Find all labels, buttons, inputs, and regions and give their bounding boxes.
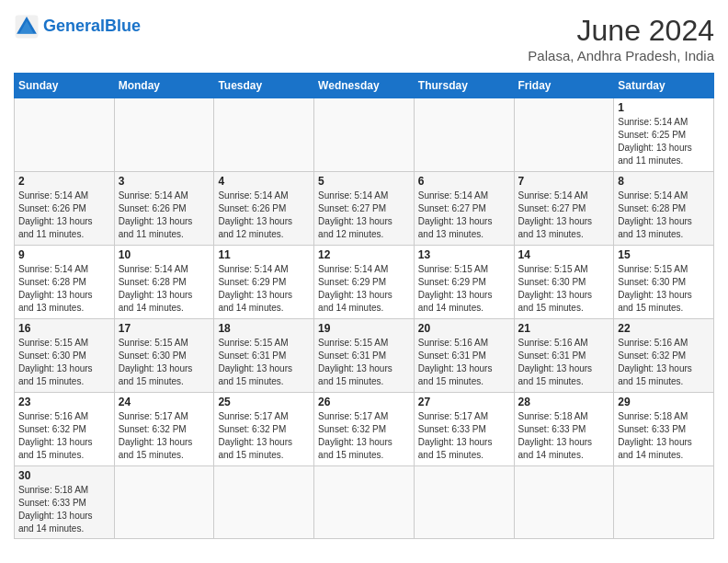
day-cell: 11Sunrise: 5:14 AMSunset: 6:29 PMDayligh…: [214, 246, 314, 319]
day-cell: 10Sunrise: 5:14 AMSunset: 6:28 PMDayligh…: [114, 246, 214, 319]
weekday-header-sunday: Sunday: [15, 74, 115, 98]
day-cell: 14Sunrise: 5:15 AMSunset: 6:30 PMDayligh…: [514, 246, 614, 319]
week-row-2: 2Sunrise: 5:14 AMSunset: 6:26 PMDaylight…: [15, 172, 714, 246]
day-cell: 8Sunrise: 5:14 AMSunset: 6:28 PMDaylight…: [614, 172, 714, 246]
day-cell: 28Sunrise: 5:18 AMSunset: 6:33 PMDayligh…: [514, 393, 614, 466]
day-info: Sunrise: 5:15 AMSunset: 6:30 PMDaylight:…: [18, 337, 110, 388]
day-number: 3: [119, 175, 210, 188]
weekday-header-thursday: Thursday: [414, 74, 514, 98]
weekday-header-row: SundayMondayTuesdayWednesdayThursdayFrid…: [15, 74, 714, 98]
week-row-3: 9Sunrise: 5:14 AMSunset: 6:28 PMDaylight…: [15, 246, 714, 319]
day-cell: 23Sunrise: 5:16 AMSunset: 6:32 PMDayligh…: [15, 393, 115, 466]
day-number: 17: [119, 322, 210, 335]
day-info: Sunrise: 5:14 AMSunset: 6:26 PMDaylight:…: [18, 190, 110, 241]
day-cell: 24Sunrise: 5:17 AMSunset: 6:32 PMDayligh…: [114, 393, 214, 466]
day-cell: 6Sunrise: 5:14 AMSunset: 6:27 PMDaylight…: [414, 172, 514, 246]
day-cell: 13Sunrise: 5:15 AMSunset: 6:29 PMDayligh…: [414, 246, 514, 319]
day-info: Sunrise: 5:15 AMSunset: 6:31 PMDaylight:…: [318, 337, 410, 388]
day-number: 15: [618, 248, 710, 261]
day-cell: [414, 98, 514, 172]
day-number: 14: [518, 248, 610, 261]
day-number: 9: [18, 248, 110, 261]
day-cell: 26Sunrise: 5:17 AMSunset: 6:32 PMDayligh…: [314, 393, 415, 466]
day-info: Sunrise: 5:15 AMSunset: 6:30 PMDaylight:…: [618, 263, 710, 315]
day-number: 28: [518, 396, 610, 408]
day-cell: 30Sunrise: 5:18 AMSunset: 6:33 PMDayligh…: [15, 466, 115, 539]
day-info: Sunrise: 5:18 AMSunset: 6:33 PMDaylight:…: [618, 410, 710, 462]
calendar-table: SundayMondayTuesdayWednesdayThursdayFrid…: [14, 73, 714, 539]
day-cell: 4Sunrise: 5:14 AMSunset: 6:26 PMDaylight…: [214, 172, 314, 246]
day-cell: [15, 98, 115, 172]
day-cell: [514, 466, 614, 539]
day-info: Sunrise: 5:14 AMSunset: 6:29 PMDaylight:…: [318, 263, 410, 315]
logo-blue: Blue: [105, 17, 141, 35]
week-row-6: 30Sunrise: 5:18 AMSunset: 6:33 PMDayligh…: [15, 466, 714, 539]
logo: GeneralBlue: [14, 14, 141, 40]
logo-icon: [14, 14, 40, 40]
day-info: Sunrise: 5:18 AMSunset: 6:33 PMDaylight:…: [518, 410, 610, 462]
day-number: 24: [119, 396, 210, 408]
day-info: Sunrise: 5:17 AMSunset: 6:32 PMDaylight:…: [119, 410, 210, 462]
day-cell: 3Sunrise: 5:14 AMSunset: 6:26 PMDaylight…: [114, 172, 214, 246]
day-info: Sunrise: 5:16 AMSunset: 6:31 PMDaylight:…: [418, 337, 510, 388]
day-cell: [314, 98, 415, 172]
weekday-header-monday: Monday: [114, 74, 214, 98]
day-info: Sunrise: 5:15 AMSunset: 6:31 PMDaylight:…: [218, 337, 310, 388]
weekday-header-wednesday: Wednesday: [314, 74, 415, 98]
day-cell: [514, 98, 614, 172]
day-cell: 12Sunrise: 5:14 AMSunset: 6:29 PMDayligh…: [314, 246, 415, 319]
logo-text: GeneralBlue: [43, 17, 141, 36]
day-info: Sunrise: 5:17 AMSunset: 6:32 PMDaylight:…: [218, 410, 310, 462]
day-cell: [414, 466, 514, 539]
day-info: Sunrise: 5:14 AMSunset: 6:28 PMDaylight:…: [618, 190, 710, 241]
day-cell: 9Sunrise: 5:14 AMSunset: 6:28 PMDaylight…: [15, 246, 115, 319]
day-info: Sunrise: 5:16 AMSunset: 6:32 PMDaylight:…: [18, 410, 110, 462]
day-info: Sunrise: 5:14 AMSunset: 6:25 PMDaylight:…: [618, 116, 710, 167]
day-cell: 21Sunrise: 5:16 AMSunset: 6:31 PMDayligh…: [514, 319, 614, 393]
day-cell: 15Sunrise: 5:15 AMSunset: 6:30 PMDayligh…: [614, 246, 714, 319]
day-info: Sunrise: 5:14 AMSunset: 6:27 PMDaylight:…: [318, 190, 410, 241]
day-number: 8: [618, 175, 710, 188]
day-cell: 27Sunrise: 5:17 AMSunset: 6:33 PMDayligh…: [414, 393, 514, 466]
day-info: Sunrise: 5:14 AMSunset: 6:28 PMDaylight:…: [119, 263, 210, 315]
day-info: Sunrise: 5:17 AMSunset: 6:33 PMDaylight:…: [418, 410, 510, 462]
day-cell: 18Sunrise: 5:15 AMSunset: 6:31 PMDayligh…: [214, 319, 314, 393]
day-info: Sunrise: 5:17 AMSunset: 6:32 PMDaylight:…: [318, 410, 410, 462]
day-cell: 1Sunrise: 5:14 AMSunset: 6:25 PMDaylight…: [614, 98, 714, 172]
weekday-header-saturday: Saturday: [614, 74, 714, 98]
day-cell: [614, 466, 714, 539]
weekday-header-tuesday: Tuesday: [214, 74, 314, 98]
day-number: 25: [218, 396, 310, 408]
day-cell: 16Sunrise: 5:15 AMSunset: 6:30 PMDayligh…: [15, 319, 115, 393]
day-number: 13: [418, 248, 510, 261]
day-number: 21: [518, 322, 610, 335]
day-cell: 22Sunrise: 5:16 AMSunset: 6:32 PMDayligh…: [614, 319, 714, 393]
week-row-4: 16Sunrise: 5:15 AMSunset: 6:30 PMDayligh…: [15, 319, 714, 393]
day-info: Sunrise: 5:14 AMSunset: 6:27 PMDaylight:…: [418, 190, 510, 241]
day-number: 20: [418, 322, 510, 335]
day-info: Sunrise: 5:14 AMSunset: 6:28 PMDaylight:…: [18, 263, 110, 315]
month-year: June 2024: [528, 14, 714, 48]
day-cell: [114, 98, 214, 172]
day-number: 19: [318, 322, 410, 335]
day-cell: 25Sunrise: 5:17 AMSunset: 6:32 PMDayligh…: [214, 393, 314, 466]
day-number: 16: [18, 322, 110, 335]
day-number: 30: [18, 469, 110, 482]
day-cell: [114, 466, 214, 539]
day-number: 23: [18, 396, 110, 408]
day-cell: 17Sunrise: 5:15 AMSunset: 6:30 PMDayligh…: [114, 319, 214, 393]
day-info: Sunrise: 5:16 AMSunset: 6:31 PMDaylight:…: [518, 337, 610, 388]
day-number: 11: [218, 248, 310, 261]
week-row-5: 23Sunrise: 5:16 AMSunset: 6:32 PMDayligh…: [15, 393, 714, 466]
day-info: Sunrise: 5:15 AMSunset: 6:30 PMDaylight:…: [119, 337, 210, 388]
day-cell: [214, 98, 314, 172]
day-number: 29: [618, 396, 710, 408]
day-info: Sunrise: 5:14 AMSunset: 6:26 PMDaylight:…: [119, 190, 210, 241]
day-info: Sunrise: 5:14 AMSunset: 6:26 PMDaylight:…: [218, 190, 310, 241]
day-number: 10: [119, 248, 210, 261]
day-info: Sunrise: 5:16 AMSunset: 6:32 PMDaylight:…: [618, 337, 710, 388]
week-row-1: 1Sunrise: 5:14 AMSunset: 6:25 PMDaylight…: [15, 98, 714, 172]
day-number: 12: [318, 248, 410, 261]
day-cell: [314, 466, 415, 539]
day-cell: 2Sunrise: 5:14 AMSunset: 6:26 PMDaylight…: [15, 172, 115, 246]
